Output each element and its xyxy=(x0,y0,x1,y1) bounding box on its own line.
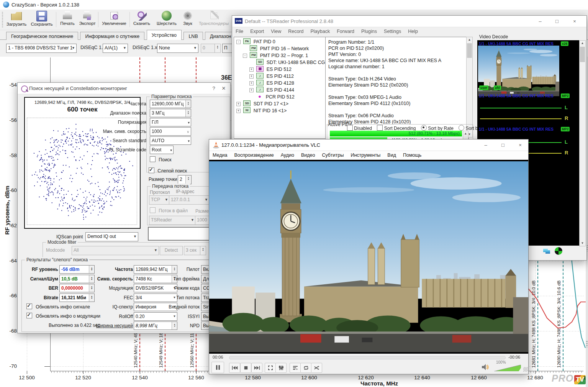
constellation-titlebar[interactable]: Поиск несущей и Constellation-мониторинг… xyxy=(18,83,230,94)
tree-row[interactable]: + ▦ ES PID 512 xyxy=(234,66,326,73)
tree-row[interactable]: + ♪ ES PID 4144 xyxy=(234,87,326,93)
tree-expander[interactable]: + xyxy=(249,81,254,85)
protocol-select[interactable]: TCP▼ xyxy=(149,195,170,205)
tree-row[interactable]: ● PCR PID 512 xyxy=(234,93,326,100)
toolbar-button[interactable]: Шерстить xyxy=(155,10,179,28)
crazyscan-titlebar[interactable]: CrazyScan - Версия 1.0.2.138 xyxy=(0,0,588,10)
result-value-field[interactable]: DVBS2/8PSK ▼ xyxy=(134,284,177,292)
modcode-select[interactable]: All▼ xyxy=(72,246,159,255)
loop-button[interactable] xyxy=(300,363,311,373)
update-signal-checkbox[interactable] xyxy=(26,303,32,309)
shuffle-button[interactable] xyxy=(311,363,322,373)
menu-item[interactable]: Помощь xyxy=(400,151,425,158)
volume-slider[interactable] xyxy=(494,365,521,371)
result-value-field[interactable]: -56 dBm ▴ ▾ xyxy=(59,265,95,274)
toolbar-grip[interactable] xyxy=(2,12,3,28)
stop-button[interactable] xyxy=(240,363,251,373)
param-field[interactable]: 1000 xyxy=(150,127,191,136)
result-value-field[interactable]: 7498 Кс ▴ ▾ xyxy=(134,275,177,283)
scrollbar-thumb[interactable] xyxy=(467,43,472,58)
menu-item[interactable]: View xyxy=(267,27,285,34)
equalizer-button[interactable] xyxy=(275,363,287,373)
video-decode-thumbnail[interactable] xyxy=(478,46,559,96)
details-scrollbar[interactable]: ▲ ▼ xyxy=(466,37,473,138)
update-modulation-checkbox[interactable] xyxy=(26,313,32,318)
dual-monitor-icon[interactable] xyxy=(542,248,551,255)
diseqc1x-select[interactable]: None▼ xyxy=(157,44,198,53)
param-field[interactable]: AUTO xyxy=(150,136,191,145)
scroll-up-icon[interactable]: ▲ xyxy=(467,37,472,43)
tree-row[interactable]: + NI NIT PID 16 <1> xyxy=(234,107,326,114)
toolbar-button[interactable]: Сохранить xyxy=(29,10,54,28)
param-field[interactable]: 12690,000 МГц xyxy=(150,100,191,108)
param-field[interactable]: 3 МГц xyxy=(150,109,191,117)
resize-grip[interactable] xyxy=(523,367,528,372)
tree-row[interactable]: - PA PAT PID 0 xyxy=(234,38,326,45)
toolbar-button[interactable]: Экспорт xyxy=(77,10,97,28)
menu-item[interactable]: Аудио xyxy=(277,151,298,158)
param-field[interactable]: Root xyxy=(150,146,174,154)
menu-item[interactable]: Видео xyxy=(298,151,319,158)
tab[interactable]: Устройство xyxy=(147,30,182,40)
scroll-up-icon[interactable]: ▲ xyxy=(580,41,585,46)
menu-item[interactable]: Медиа xyxy=(209,151,231,158)
menu-item[interactable]: Record xyxy=(285,27,307,34)
tab[interactable]: Географическое положение xyxy=(6,32,78,40)
sort-descending-row[interactable]: Sort Decending xyxy=(377,126,416,131)
menu-item[interactable]: Воспроизведение xyxy=(231,151,277,158)
detect-interval-spinner[interactable]: 3 сек▴ ▾ xyxy=(184,246,206,255)
position-spinner[interactable]: 0▴ ▾ xyxy=(201,44,221,53)
menu-item[interactable]: Forward xyxy=(333,27,358,34)
tree-row[interactable]: + ♪ ES PID 4112 xyxy=(234,73,326,80)
maximize-button[interactable]: □ xyxy=(499,142,507,149)
tab[interactable]: LNB xyxy=(183,32,203,40)
result-value-field[interactable]: 8,998 МГц ▴ ▾ xyxy=(134,321,177,330)
toolbar-button[interactable]: Увеличение xyxy=(100,10,128,28)
toolbar-button[interactable]: Звук xyxy=(180,10,195,28)
sort-by-pid-radio[interactable] xyxy=(459,125,464,131)
iqscan-select[interactable]: Demod IQ out▼ xyxy=(85,232,138,241)
tree-expander[interactable]: + xyxy=(249,88,254,92)
result-value-field[interactable]: 10,5 dB ▴ ▾ xyxy=(59,275,95,283)
close-button[interactable]: × xyxy=(570,18,579,25)
tuner-select[interactable]: 1 - TBS 6908 DVBS/S2 Tuner 1▼ xyxy=(6,44,77,53)
seek-slider[interactable] xyxy=(229,356,506,359)
ip-select[interactable]: 127.0.0.1▼ xyxy=(169,195,210,205)
result-value-field[interactable]: 0.20 ▼ xyxy=(134,312,177,321)
sort-descending-checkbox[interactable] xyxy=(377,125,383,131)
close-button[interactable]: × xyxy=(516,142,524,149)
result-value-field[interactable]: 12689,942 МГц ▴ ▾ xyxy=(134,265,177,274)
tree-row[interactable]: + ♪ ES PID 4128 xyxy=(234,80,326,87)
detect-button[interactable]: Detect xyxy=(160,246,183,255)
tree-expander[interactable]: + xyxy=(236,109,241,113)
diseqc10-select[interactable]: A/A(1)▼ xyxy=(103,44,128,53)
menu-item[interactable]: Plugins xyxy=(358,27,380,34)
minimize-button[interactable]: – xyxy=(536,18,544,25)
speaker-icon[interactable] xyxy=(482,364,489,370)
tree-row[interactable]: PM PMT PID 16 – Network xyxy=(234,45,326,52)
minimize-button[interactable]: – xyxy=(482,142,490,149)
sort-by-rate-row[interactable]: Sort by Rate xyxy=(421,126,454,131)
sort-by-rate-radio[interactable] xyxy=(421,125,427,131)
menu-item[interactable]: Инструменты xyxy=(347,151,384,158)
menu-item[interactable]: Help xyxy=(405,27,421,34)
update-signal-row[interactable]: Обновлять инфо сигнале xyxy=(26,303,90,310)
tsreader-titlebar[interactable]: DVB Default -- TSReader Professional 2.8… xyxy=(232,16,586,27)
blind-search-checkbox[interactable] xyxy=(149,167,154,173)
pause-button[interactable] xyxy=(211,362,224,373)
tree-row[interactable]: SD SDT: UKI-1488 5A BBC CG INT xyxy=(234,59,326,66)
reader-select[interactable]: TSReader▼ xyxy=(149,216,196,225)
disabled-checkbox[interactable] xyxy=(347,125,353,131)
next-button[interactable] xyxy=(251,363,262,373)
tree-expander[interactable]: + xyxy=(236,102,241,106)
toolbar-button[interactable]: Загрузить xyxy=(5,10,28,28)
close-button[interactable]: ✕ xyxy=(219,85,228,92)
blind-search-row[interactable]: Слепой поиск xyxy=(149,167,187,174)
scroll-down-icon[interactable]: ▼ xyxy=(580,241,585,246)
result-value-field[interactable]: 16,321 Мби ▴ ▾ xyxy=(59,294,95,302)
playlist-button[interactable] xyxy=(290,363,301,373)
tree-expander[interactable]: - xyxy=(243,54,247,58)
result-value-field[interactable]: 0,0000000 ▴ ▾ xyxy=(59,284,95,292)
tree-row[interactable]: + SD SDT PID 17 <1> xyxy=(234,100,326,107)
toolbar-button[interactable]: Транспондеры xyxy=(197,10,231,28)
